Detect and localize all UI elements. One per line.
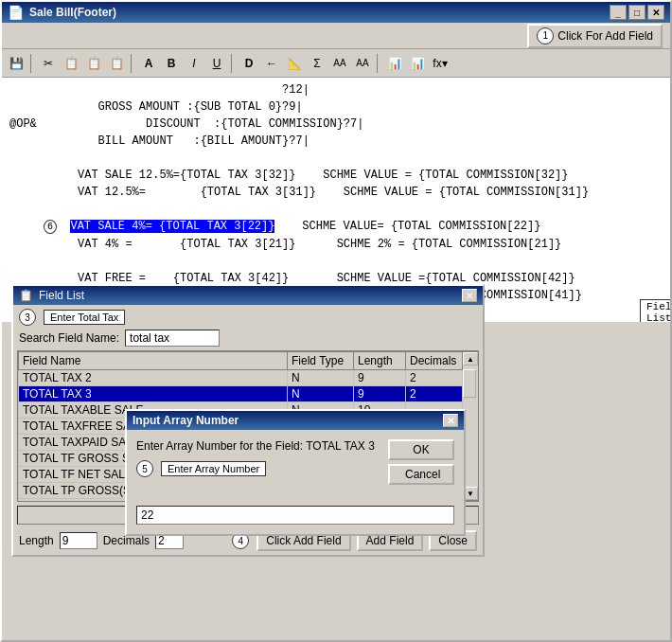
field-decimals-cell: 2 xyxy=(406,386,463,402)
editor-line-10: VAT 4% = {TOTAL TAX 3[21]} SCHME 2% = {T… xyxy=(9,236,663,253)
table-row-selected[interactable]: TOTAL TAX 3 N 9 2 xyxy=(19,386,463,402)
field-decimals-cell: 2 xyxy=(406,370,463,386)
sep1 xyxy=(30,54,34,73)
title-bar: 📄 Sale Bill(Footer) _ □ ✕ xyxy=(2,2,670,23)
fx-button[interactable]: fx▾ xyxy=(430,53,451,74)
sigma-button[interactable]: Σ xyxy=(307,53,327,74)
dialog-body: Enter Array Number for the Field: TOTAL … xyxy=(127,430,464,534)
editor-line-11 xyxy=(9,253,663,270)
decimals-label: Decimals xyxy=(103,534,150,547)
field-list-titlebar: 📋 Field List ✕ xyxy=(13,286,483,305)
editor-highlight: VAT SALE 4%= {TOTAL TAX 3[22]} xyxy=(70,220,274,233)
field-type-cell: N xyxy=(288,386,354,402)
annotation2-container: 2 Field List Window xyxy=(640,310,661,322)
sep2 xyxy=(131,54,134,73)
minimize-button[interactable]: _ xyxy=(610,5,627,20)
dialog-title: Input Array Number xyxy=(133,414,239,427)
add-field-bar: 1 Click For Add Field xyxy=(2,23,670,49)
editor-line-8 xyxy=(9,201,663,218)
field-name-cell: TOTAL TAX 2 xyxy=(19,370,288,386)
field-list-close-button[interactable]: ✕ xyxy=(462,289,477,302)
maximize-button[interactable]: □ xyxy=(628,5,645,20)
dialog-cancel-button[interactable]: Cancel xyxy=(388,464,454,485)
editor-line-4: BILL AMOUNT :{BILL AMOUNT}?7| xyxy=(9,133,663,150)
field-name-cell: TOTAL TAX 3 xyxy=(19,386,288,402)
editor-line-6: VAT SALE 12.5%={TOTAL TAX 3[32]} SCHME V… xyxy=(9,167,663,184)
field-list-title: Field List xyxy=(39,289,462,302)
field-type-cell: N xyxy=(288,370,354,386)
annotation3-container: 3 Enter Total Tax xyxy=(13,305,483,326)
enter-total-tax-label: Enter Total Tax xyxy=(44,310,125,325)
save-button[interactable]: 💾 xyxy=(6,53,27,74)
table-row[interactable]: TOTAL TAX 2 N 9 2 xyxy=(19,370,463,386)
col-decimals: Decimals xyxy=(406,352,463,370)
editor-line-7: VAT 12.5%= {TOTAL TAX 3[31]} SCHME VALUE… xyxy=(9,184,663,201)
window-title: Sale Bill(Footer) xyxy=(29,6,608,19)
copy-button[interactable]: 📋 xyxy=(61,53,81,74)
left-arrow-button[interactable]: ← xyxy=(261,53,282,74)
sep3 xyxy=(231,54,235,73)
dialog-titlebar: Input Array Number ✕ xyxy=(127,411,464,430)
step1-circle: 1 xyxy=(537,27,554,45)
field-list-window-label: Field List Window xyxy=(640,299,670,322)
bold-button[interactable]: B xyxy=(161,53,182,74)
scroll-thumb[interactable] xyxy=(463,369,476,398)
scroll-up-button[interactable]: ▲ xyxy=(463,352,478,366)
input-array-dialog: Input Array Number ✕ Enter Array Number … xyxy=(125,409,466,536)
aa1-button[interactable]: AA xyxy=(329,53,350,74)
col-length: Length xyxy=(354,352,406,370)
editor-line-3: @OP& DISCOUNT :{TOTAL COMMISSION}?7| xyxy=(9,116,663,133)
length-label: Length xyxy=(19,534,54,547)
step5-circle: 5 xyxy=(136,460,153,477)
field-length-cell: 9 xyxy=(354,386,406,402)
click-add-field-button[interactable]: 1 Click For Add Field xyxy=(527,24,663,48)
editor-line-1: ?12| xyxy=(9,81,663,98)
main-window: 📄 Sale Bill(Footer) _ □ ✕ 1 Click For Ad… xyxy=(0,0,672,642)
array-number-input[interactable] xyxy=(136,506,454,525)
underline-button[interactable]: U xyxy=(206,53,227,74)
aa2-button[interactable]: AA xyxy=(352,53,373,74)
dialog-buttons: OK Cancel xyxy=(388,439,454,485)
field-length-cell: 9 xyxy=(354,370,406,386)
enter-array-label: Enter Array Number xyxy=(161,461,266,476)
editor-line-2: GROSS AMOUNT :{SUB TOTAL 0}?9| xyxy=(9,98,663,116)
d-button[interactable]: D xyxy=(239,53,259,74)
search-field-input[interactable] xyxy=(125,330,220,347)
italic-button[interactable]: I xyxy=(184,53,204,74)
window-icon: 📄 xyxy=(8,5,24,20)
font-a-button[interactable]: A xyxy=(138,53,159,74)
measure-button[interactable]: 📐 xyxy=(284,53,305,74)
chart-button[interactable]: 📊 xyxy=(384,53,405,74)
search-field-label: Search Field Name: xyxy=(19,331,119,345)
close-button[interactable]: ✕ xyxy=(647,5,664,20)
length-input[interactable] xyxy=(60,532,97,549)
cut-button[interactable]: ✂ xyxy=(38,53,59,74)
paste-button[interactable]: 📋 xyxy=(83,53,104,74)
col-field-name: Field Name xyxy=(19,352,288,370)
toolbar: 💾 ✂ 📋 📋 📋 A B I U D ← 📐 Σ AA AA 📊 📊 fx▾ xyxy=(2,49,670,78)
step3-circle: 3 xyxy=(19,309,36,326)
click-add-field-label: Click For Add Field xyxy=(557,29,653,43)
editor-line-5 xyxy=(9,150,663,167)
field-list-icon: 📋 xyxy=(19,289,33,302)
editor-line-9: 6 VAT SALE 4%= {TOTAL TAX 3[22]} SCHME V… xyxy=(9,218,663,236)
dialog-close-button[interactable]: ✕ xyxy=(443,414,458,427)
sep4 xyxy=(377,54,380,73)
paste2-button[interactable]: 📋 xyxy=(106,53,127,74)
arrow-icon: ↙ xyxy=(498,319,509,322)
dialog-ok-button[interactable]: OK xyxy=(388,439,454,460)
chart2-button[interactable]: 📊 xyxy=(407,53,428,74)
col-field-type: Field Type xyxy=(288,352,354,370)
search-row: Search Field Name: xyxy=(13,326,483,350)
